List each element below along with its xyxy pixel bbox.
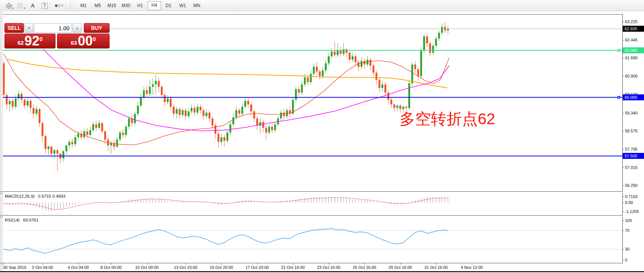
one-click-trade-panel: SELL ▼ 1.00 ▲ BUY 62 92 0 63 00 0	[4, 23, 110, 48]
date-label: 23 Oct 16:00	[317, 265, 341, 270]
candle-body	[197, 107, 199, 113]
volume-input[interactable]: 1.00	[34, 23, 72, 33]
window-left-border	[1, 12, 1, 271]
candle-body	[391, 100, 392, 104]
candle-body	[21, 94, 23, 100]
buy-button[interactable]: BUY	[84, 23, 110, 33]
macd-axis-label: 0.7103	[625, 194, 638, 199]
candle-body	[51, 147, 53, 154]
macd-label: MACD(12,26,9) 0.5715 0.4593	[5, 194, 66, 198]
volume-increase-button[interactable]: ▲	[73, 23, 81, 33]
candle-body	[185, 110, 187, 116]
buy-price-display[interactable]: 63 00 0	[57, 34, 110, 48]
fibonacci-grid-tool-button[interactable]: F	[16, 1, 26, 10]
candle-body	[322, 70, 324, 76]
toolbar: E F A T ◆◇ ▾ M1M5M15M30H1H4D1W1MN	[0, 0, 644, 11]
date-tick	[147, 263, 147, 265]
timeframe-button-M15[interactable]: M15	[105, 1, 119, 10]
date-axis[interactable]: 30 Sep 20192 Oct 04:004 Oct 04:008 Oct 0…	[0, 263, 622, 271]
candle-body	[242, 107, 243, 114]
candle-body	[265, 128, 267, 133]
candle-body	[373, 66, 375, 73]
candle-body	[116, 139, 118, 147]
price-axis-label: 56.250	[625, 183, 638, 188]
sell-price-big: 92	[25, 35, 40, 47]
candle-body	[435, 39, 437, 46]
candle-body	[337, 50, 339, 55]
date-label: 17 Oct 20:00	[246, 265, 269, 270]
candle-body	[304, 78, 306, 85]
timeframe-button-W1[interactable]: W1	[176, 1, 189, 10]
price-axis-tick	[622, 113, 624, 113]
fibonacci-grid-icon	[17, 2, 25, 9]
date-tick	[472, 263, 472, 265]
candle-body	[408, 83, 410, 108]
rsi-value: 69.0761	[23, 218, 39, 222]
sell-price-display[interactable]: 62 92 0	[4, 34, 56, 48]
timeframe-button-H4[interactable]: H4	[148, 1, 161, 10]
candle-body	[298, 89, 300, 92]
volume-decrease-button[interactable]: ▼	[25, 23, 33, 33]
rsi-axis-tick	[622, 260, 624, 260]
macd-axis-label: -1.1205	[625, 209, 639, 214]
price-axis[interactable]: 63.22562.44561.68060.90060.12059.34058.5…	[623, 12, 644, 271]
macd-axis-label: 0.00	[625, 200, 633, 205]
timeframe-button-H1[interactable]: H1	[133, 1, 147, 10]
date-label: 10 Oct 00:00	[135, 265, 159, 270]
candle-body	[361, 61, 363, 67]
shapes-tool-button[interactable]: ◆◇ ▾	[51, 1, 66, 10]
candle-body	[15, 98, 17, 107]
price-axis-tick	[622, 131, 624, 131]
candle-body	[206, 113, 208, 116]
timeframe-bar: M1M5M15M30H1H4D1W1MN	[77, 1, 203, 10]
date-label: 21 Oct 16:00	[281, 265, 305, 270]
candle-body	[12, 101, 14, 107]
date-tick	[436, 263, 436, 265]
buy-price-sup: 0	[93, 36, 96, 42]
candle-body	[283, 113, 285, 116]
rsi-pane[interactable]: RSI(14) 69.0761	[3, 217, 622, 263]
price-axis-tick	[622, 149, 624, 150]
date-label: 8 Oct 00:00	[101, 265, 122, 270]
price-level-badge-62.000: 62.000	[623, 47, 644, 53]
candle-body	[432, 46, 434, 53]
rsi-axis-label: 0	[625, 257, 627, 263]
sell-price-sup: 0	[40, 36, 42, 42]
candle-body	[262, 122, 264, 128]
sell-price-small: 62	[18, 40, 24, 46]
toolbar-separator	[70, 2, 72, 9]
candle-body	[128, 119, 130, 127]
candle-body	[72, 142, 73, 144]
candle-body	[358, 62, 360, 67]
sell-button[interactable]: SELL	[4, 23, 24, 33]
date-label: 15 Oct 20:00	[210, 265, 233, 270]
timeframe-button-MN[interactable]: MN	[190, 1, 203, 10]
text-label-tool-button[interactable]: T	[40, 1, 50, 10]
equidistant-channel-tool-button[interactable]: E	[4, 1, 14, 10]
candle-body	[340, 50, 342, 54]
candle-body	[352, 56, 354, 60]
spinner-up-icon: ▲	[76, 26, 79, 30]
timeframe-button-M30[interactable]: M30	[119, 1, 133, 10]
timeframe-button-M5[interactable]: M5	[91, 1, 104, 10]
candle-body	[447, 29, 449, 30]
arrow-text-tool-button[interactable]: A	[28, 1, 38, 10]
price-axis-label: 58.575	[625, 128, 638, 134]
candle-body	[146, 90, 148, 94]
timeframe-button-M1[interactable]: M1	[77, 1, 90, 10]
macd-axis-tick	[622, 203, 624, 203]
candle-body	[75, 137, 76, 144]
candle-body	[104, 131, 106, 139]
candle-body	[27, 101, 29, 106]
price-axis-label: 57.015	[625, 165, 638, 170]
timeframe-button-D1[interactable]: D1	[162, 1, 175, 10]
candle-body	[388, 92, 389, 100]
candle-body	[191, 108, 193, 111]
candle-body	[346, 49, 348, 53]
rsi-axis-label: 30	[625, 247, 629, 252]
candle-body	[236, 110, 237, 117]
date-tick	[400, 263, 401, 265]
candle-body	[122, 132, 124, 135]
macd-pane[interactable]: MACD(12,26,9) 0.5715 0.4593	[3, 193, 622, 215]
candle-body	[45, 136, 47, 149]
